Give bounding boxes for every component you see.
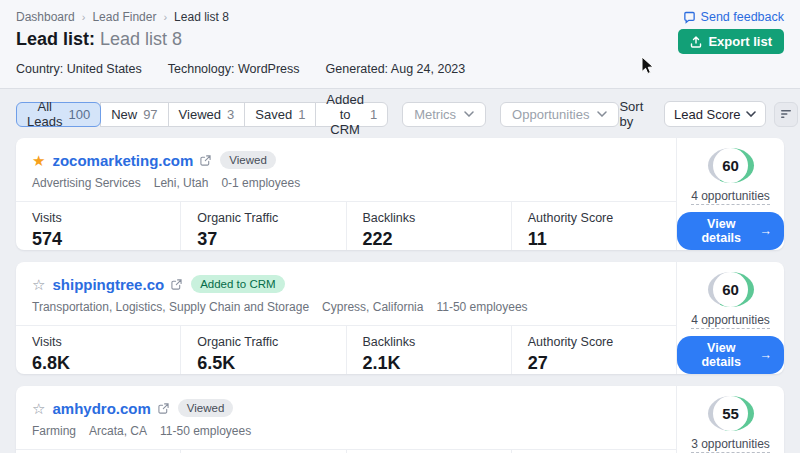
metric-value: 222 [363,229,511,250]
lead-card: ☆amhydro.comViewedFarmingArcata, CA11-50… [16,386,784,453]
breadcrumb-separator: › [163,11,167,23]
metric-label: Authority Score [528,211,676,225]
lead-card-main: ★zocomarketing.comViewedAdvertising Serv… [16,138,676,250]
filter-tab-label: All Leads [27,99,62,129]
metric-cell: Organic Traffic37 [180,202,345,250]
opportunities-link[interactable]: 4 opportunities [691,313,770,329]
metric-cell: Visits574 [16,202,180,250]
company-employees: 0-1 employees [221,176,300,190]
meta-generated: Generated: Aug 24, 2023 [326,62,466,76]
lead-score-value: 60 [713,148,748,183]
view-details-button[interactable]: View details→ [677,336,784,374]
lead-card-side: 553 opportunitiesView details→ [676,386,784,453]
lead-domain-link[interactable]: zocomarketing.com [52,152,193,169]
company-industry: Advertising Services [32,176,141,190]
view-details-label: View details [689,341,754,369]
send-feedback-link[interactable]: Send feedback [683,10,784,24]
status-badge: Added to CRM [191,275,284,293]
metric-value: 11 [528,229,676,250]
lead-card: ☆shippingtree.coAdded to CRMTransportati… [16,262,784,374]
meta-technology: Technology: WordPress [168,62,300,76]
company-industry: Transportation, Logistics, Supply Chain … [32,300,309,314]
filter-tab-added-to-crm[interactable]: Added to CRM1 [315,102,388,127]
company-industry: Farming [32,424,76,438]
sort-select[interactable]: Lead Score [664,101,766,127]
filter-bar: All Leads100New97Viewed3Saved1Added to C… [16,99,784,129]
status-badge: Viewed [178,399,234,417]
metric-value: 2.1K [363,353,511,374]
export-label: Export list [708,34,772,49]
metric-label: Backlinks [363,211,511,225]
view-details-button[interactable]: View details→ [677,212,784,250]
metric-cell: Backlinks2.1K [346,326,511,374]
external-link-icon[interactable] [158,403,169,414]
sort-order-button[interactable] [774,102,798,127]
filter-tab-count: 100 [68,107,90,122]
company-info: FarmingArcata, CA11-50 employees [32,424,660,438]
lead-card: ★zocomarketing.comViewedAdvertising Serv… [16,138,784,250]
breadcrumb-lead-list: Lead list 8 [174,10,229,24]
opportunities-link[interactable]: 3 opportunities [691,437,770,453]
metric-label: Authority Score [528,335,676,349]
opportunities-dropdown[interactable]: Opportunities [500,102,619,127]
lead-filter-tabs: All Leads100New97Viewed3Saved1Added to C… [16,102,388,127]
status-badge: Viewed [220,151,276,169]
export-list-button[interactable]: Export list [678,29,784,54]
opportunities-dropdown-label: Opportunities [512,107,589,122]
filter-tab-all-leads[interactable]: All Leads100 [16,102,101,127]
page-title: Lead list: Lead list 8 [16,29,182,50]
filter-tab-viewed[interactable]: Viewed3 [168,102,246,127]
metric-value: 6.5K [197,353,345,374]
metric-label: Organic Traffic [197,211,345,225]
filter-tab-new[interactable]: New97 [100,102,168,127]
metric-cell: Authority Score11 [511,202,676,250]
feedback-bubble-icon [683,11,696,24]
chevron-down-icon [746,111,756,117]
lead-score-ring: 60 [708,272,754,307]
lead-card-main: ☆shippingtree.coAdded to CRMTransportati… [16,262,676,374]
star-icon[interactable]: ☆ [32,401,45,416]
lead-score-ring: 60 [708,148,754,183]
filter-tab-count: 1 [298,107,305,122]
metrics-row: Visits574Organic Traffic37Backlinks222Au… [16,201,676,250]
external-link-icon[interactable] [200,155,211,166]
company-location: Cypress, California [322,300,423,314]
breadcrumb-lead-finder[interactable]: Lead Finder [92,10,156,24]
lead-card-side: 604 opportunitiesView details→ [676,138,784,250]
sort-select-value: Lead Score [674,107,741,122]
filter-tab-count: 1 [370,107,377,122]
sort-descending-icon [780,109,792,119]
filter-tab-count: 97 [143,107,157,122]
arrow-right-icon: → [760,348,773,362]
metric-label: Visits [32,335,180,349]
chevron-down-icon [597,111,607,117]
metrics-dropdown[interactable]: Metrics [402,102,486,127]
breadcrumb-dashboard[interactable]: Dashboard [16,10,75,24]
metric-cell: Backlinks222 [346,202,511,250]
arrow-right-icon: → [760,224,773,238]
external-link-icon[interactable] [171,279,182,290]
metrics-dropdown-label: Metrics [414,107,456,122]
filter-tab-saved[interactable]: Saved1 [244,102,316,127]
metric-cell: Visits6.8K [16,326,180,374]
company-employees: 11-50 employees [436,300,527,314]
lead-domain-link[interactable]: shippingtree.co [52,276,164,293]
star-icon[interactable]: ★ [32,153,45,168]
metrics-row: VisitsOrganic TrafficBacklinksAuthority … [16,449,676,453]
metric-value: 6.8K [32,353,180,374]
company-info: Transportation, Logistics, Supply Chain … [32,300,660,314]
company-info: Advertising ServicesLehi, Utah0-1 employ… [32,176,660,190]
filter-tab-count: 3 [227,107,234,122]
metric-cell: Authority Score27 [511,326,676,374]
star-icon[interactable]: ☆ [32,277,45,292]
lead-domain-link[interactable]: amhydro.com [52,400,150,417]
filter-tab-label: New [111,107,137,122]
lead-card-main: ☆amhydro.comViewedFarmingArcata, CA11-50… [16,386,676,453]
feedback-label: Send feedback [701,10,784,24]
filter-tab-label: Viewed [179,107,221,122]
view-details-label: View details [689,217,754,245]
metrics-row: Visits6.8KOrganic Traffic6.5KBacklinks2.… [16,325,676,374]
opportunities-link[interactable]: 4 opportunities [691,189,770,205]
filter-tab-label: Saved [255,107,292,122]
list-meta: Country: United States Technology: WordP… [16,62,784,76]
